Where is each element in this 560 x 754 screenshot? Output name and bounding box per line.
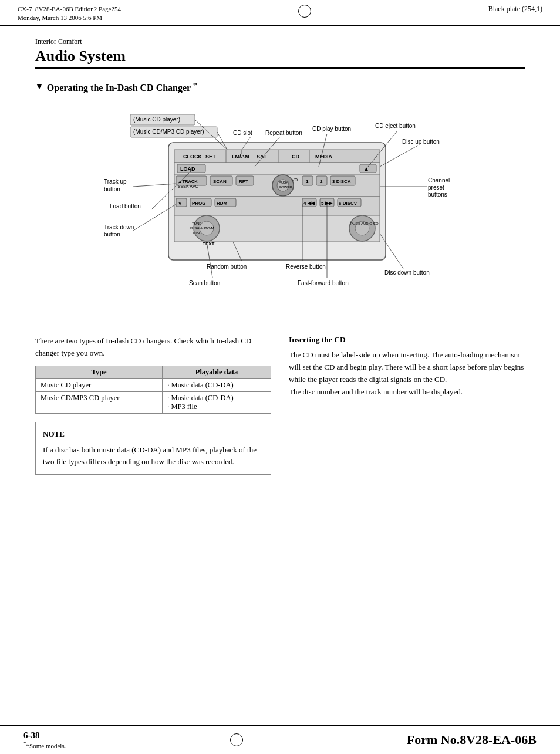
svg-text:SAT: SAT <box>257 154 267 160</box>
svg-text:CD play button: CD play button <box>312 126 351 132</box>
svg-text:button: button <box>104 186 120 192</box>
diagram-wrap: (Music CD player) (Music CD/MP3 CD playe… <box>98 102 462 321</box>
svg-text:CLOCK: CLOCK <box>183 154 202 160</box>
svg-text:CD slot: CD slot <box>233 130 252 136</box>
svg-text:POWER: POWER <box>279 185 292 189</box>
triangle-icon: ▼ <box>35 82 43 92</box>
svg-text:RDM: RDM <box>217 201 228 206</box>
table-cell-playable-2: · Music data (CD-DA)· MP3 file <box>163 391 271 413</box>
data-table: Type Playable data Music CD player · Mus… <box>35 366 271 414</box>
left-body-text: There are two types of In-dash CD change… <box>35 335 271 360</box>
svg-text:Repeat button: Repeat button <box>265 130 302 136</box>
header-line1: CX-7_8V28-EA-06B Edition2 Page254 <box>18 5 121 13</box>
header-circle <box>298 5 311 18</box>
svg-text:MEDIA: MEDIA <box>315 154 333 160</box>
svg-text:V: V <box>178 201 182 206</box>
section-title: Audio System <box>35 48 525 69</box>
svg-text:LOAD: LOAD <box>180 166 195 172</box>
svg-text:4 ◀◀: 4 ◀◀ <box>303 201 315 206</box>
svg-text:(Music CD/MP3 CD player): (Music CD/MP3 CD player) <box>133 129 204 135</box>
svg-text:▲TRACK: ▲TRACK <box>178 179 198 184</box>
svg-text:Scan button: Scan button <box>189 280 220 286</box>
svg-text:1: 1 <box>306 179 309 184</box>
svg-text:Reverse button: Reverse button <box>286 263 326 270</box>
table-cell-playable-1: · Music data (CD-DA) <box>163 378 271 391</box>
page-footer: 6-38 **Some models. Form No.8V28-EA-06B <box>0 725 560 754</box>
table-cell-type-2: Music CD/MP3 CD player <box>36 391 163 413</box>
svg-text:Load button: Load button <box>110 203 141 209</box>
table-header-type: Type <box>36 366 163 378</box>
svg-text:RPT: RPT <box>239 179 248 184</box>
table-body: Music CD player · Music data (CD-DA) Mus… <box>36 378 271 413</box>
svg-text:(Music CD player): (Music CD player) <box>133 116 180 123</box>
table-row: Music CD player · Music data (CD-DA) <box>36 378 271 391</box>
left-col: There are two types of In-dash CD change… <box>35 335 271 475</box>
two-col-content: There are two types of In-dash CD change… <box>35 335 525 475</box>
svg-text:PROG: PROG <box>192 201 206 206</box>
header-left: CX-7_8V28-EA-06B Edition2 Page254 Monday… <box>18 5 121 23</box>
diagram-container: (Music CD player) (Music CD/MP3 CD playe… <box>35 102 525 321</box>
header-right: Black plate (254,1) <box>488 5 542 13</box>
svg-text:Disc up button: Disc up button <box>402 138 440 145</box>
page-number: 6-38 <box>23 731 66 741</box>
form-number: Form No.8V28-EA-06B <box>407 732 537 748</box>
svg-text:PUSH: PUSH <box>279 181 289 184</box>
subsection-heading: ▼ Operating the In-Dash CD Changer * <box>35 80 525 93</box>
svg-text:2: 2 <box>320 179 323 184</box>
cd-player-diagram: (Music CD player) (Music CD/MP3 CD playe… <box>98 102 462 319</box>
svg-text:6 DISCV: 6 DISCV <box>339 201 357 206</box>
section-meta: Interior Comfort <box>35 38 525 46</box>
svg-text:SEEK APC: SEEK APC <box>178 184 198 188</box>
svg-text:3 DISCA: 3 DISCA <box>332 179 351 184</box>
table-row: Music CD/MP3 CD player · Music data (CD-… <box>36 391 271 413</box>
svg-text:SET: SET <box>205 154 216 160</box>
inserting-heading: Inserting the CD <box>289 335 525 344</box>
right-body-text: The CD must be label-side up when insert… <box>289 349 525 398</box>
svg-text:PUSH AUDIO CO: PUSH AUDIO CO <box>350 222 379 225</box>
footer-circle <box>230 733 243 746</box>
svg-text:Random button: Random button <box>207 263 247 270</box>
svg-text:preset: preset <box>428 184 444 191</box>
header-center <box>298 5 311 18</box>
header-line2: Monday, March 13 2006 5:6 PM <box>18 13 121 22</box>
svg-text:TUNE: TUNE <box>192 222 201 225</box>
svg-text:Channel: Channel <box>428 177 450 184</box>
svg-text:Track up: Track up <box>104 178 127 185</box>
note-title: NOTE <box>43 428 264 441</box>
note-box: NOTE If a disc has both music data (CD-D… <box>35 422 271 475</box>
footer-left: 6-38 **Some models. <box>23 731 66 749</box>
svg-text:Fast-forward button: Fast-forward button <box>298 280 349 286</box>
svg-text:VO: VO <box>292 178 298 182</box>
svg-text:TEXT: TEXT <box>203 241 215 246</box>
subsection-title: Operating the In-Dash CD Changer * <box>47 80 197 93</box>
svg-text:button: button <box>104 231 120 238</box>
note-text: If a disc has both music data (CD-DA) an… <box>43 444 264 469</box>
footnote: **Some models. <box>23 741 66 749</box>
svg-text:CD eject button: CD eject button <box>375 123 416 129</box>
page-header: CX-7_8V28-EA-06B Edition2 Page254 Monday… <box>0 0 560 26</box>
svg-text:DISC: DISC <box>193 231 202 235</box>
svg-text:FM/AM: FM/AM <box>232 154 249 160</box>
main-content: Interior Comfort Audio System ▼ Operatin… <box>0 26 560 486</box>
right-col: Inserting the CD The CD must be label-si… <box>289 335 525 475</box>
table-header-playable: Playable data <box>163 366 271 378</box>
svg-text:CD: CD <box>292 154 299 160</box>
svg-text:buttons: buttons <box>428 191 447 198</box>
svg-text:Track down: Track down <box>104 224 134 231</box>
svg-text:PUSH AUTO-M: PUSH AUTO-M <box>190 226 214 230</box>
svg-text:Disc down button: Disc down button <box>384 269 430 276</box>
table-cell-type-1: Music CD player <box>36 378 163 391</box>
svg-text:SCAN: SCAN <box>213 179 227 184</box>
